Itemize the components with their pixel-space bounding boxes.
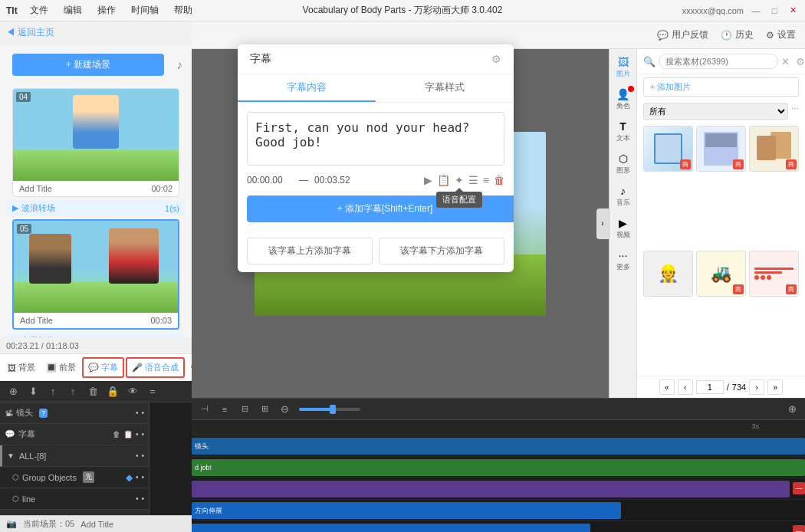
rt-minus-icon[interactable]: ⊖ — [276, 401, 293, 418]
subtitle-track-expand[interactable]: • — [136, 430, 139, 438]
maximize-button[interactable]: □ — [768, 5, 780, 17]
new-scene-button[interactable]: + 新建场景 — [12, 54, 164, 76]
menu-file[interactable]: 文件 — [24, 2, 54, 18]
zoom-handle[interactable] — [330, 405, 336, 414]
time-align-btn[interactable]: ☰ — [468, 174, 478, 186]
asset-icon-character[interactable]: 👤 角色 — [611, 84, 636, 115]
tab-foreground[interactable]: 🔳 前景 — [41, 359, 80, 376]
tl-up2-btn[interactable]: ↑ — [64, 383, 81, 400]
subtitle-text-input[interactable]: First, can you nod your head? Good job! — [247, 112, 504, 166]
tl-visibility-btn[interactable]: 👁 — [124, 383, 141, 400]
tab-voice-synthesis[interactable]: 🎤 语音合成 — [126, 357, 185, 378]
rt-filter-icon[interactable]: ≡ — [216, 401, 233, 418]
filter-icon[interactable]: ⚙ — [796, 56, 805, 67]
camera-expand[interactable]: • — [136, 409, 139, 417]
rt-align2-icon[interactable]: ⊞ — [256, 401, 273, 418]
subtitle-clip[interactable]: d job! — [192, 459, 805, 476]
all-group-dot1[interactable]: • — [136, 452, 139, 460]
time-play-btn[interactable]: ▶ — [424, 174, 432, 186]
subtitle-time-start[interactable] — [247, 175, 293, 186]
tab-extra[interactable]: 💬 语 — [186, 359, 192, 376]
asset-item-6[interactable]: 商 — [749, 251, 799, 297]
asset-filter-select[interactable]: 所有 — [643, 103, 788, 120]
tab-background[interactable]: 🖼 背景 — [3, 359, 40, 376]
menu-timeline[interactable]: 时间轴 — [125, 2, 165, 18]
scene-04[interactable]: 04 Add Title 00:02 — [12, 88, 179, 197]
modal-tab-content[interactable]: 字幕内容 — [238, 74, 376, 102]
menu-help[interactable]: 帮助 — [168, 2, 199, 18]
tl-add-btn[interactable]: ⊕ — [5, 383, 21, 400]
tab-voice-label: 语音合成 — [145, 362, 179, 373]
asset-item-2[interactable]: 商 — [696, 126, 746, 172]
page-first-btn[interactable]: « — [659, 379, 675, 395]
tl-up-btn[interactable]: ↑ — [44, 383, 61, 400]
menu-edit[interactable]: 编辑 — [58, 2, 88, 18]
asset-item-5[interactable]: 🚜 商 — [696, 251, 746, 297]
tl-down-btn[interactable]: ⬇ — [25, 383, 41, 400]
asset-icon-video[interactable]: ▶ 视频 — [611, 213, 636, 244]
group-objects-dot1[interactable]: • — [136, 473, 139, 481]
group-objects-dot2[interactable]: • — [141, 473, 144, 481]
time-star-btn[interactable]: ✦ 语音配置 — [455, 174, 464, 186]
back-home-button[interactable]: ◀ 返回主页 — [6, 26, 54, 39]
filter-extra-icon[interactable]: ··· — [791, 103, 799, 120]
asset-icon-music[interactable]: ♪ 音乐 — [611, 181, 636, 212]
subtitle-track-copy[interactable]: 📋 — [123, 430, 133, 438]
search-close-icon[interactable]: ✕ — [781, 56, 790, 67]
feedback-button[interactable]: 💬 用户反馈 — [657, 28, 708, 41]
all-group-clip[interactable] — [192, 481, 790, 498]
history-button[interactable]: 🕐 历史 — [721, 28, 754, 41]
add-image-button[interactable]: + 添加图片 — [643, 77, 799, 97]
time-copy-btn[interactable]: 📋 — [437, 174, 450, 186]
modal-tab-style[interactable]: 字幕样式 — [376, 74, 514, 102]
group-objects-clip[interactable]: 方向伸展 — [192, 502, 621, 519]
rt-plus-icon[interactable]: ⊕ — [784, 401, 800, 418]
time-list-btn[interactable]: ≡ — [483, 174, 489, 186]
tab-subtitle[interactable]: 💬 字幕 — [82, 357, 124, 378]
subtitle-track-options[interactable]: • — [141, 430, 144, 438]
add-above-btn[interactable]: 该字幕上方添加字幕 — [247, 238, 373, 264]
asset-item-1[interactable]: 商 — [643, 126, 693, 172]
tl-snap-btn[interactable]: = — [144, 383, 161, 400]
line-track-dot1[interactable]: • — [136, 494, 139, 503]
rt-zoom-slider[interactable] — [296, 408, 780, 411]
all-group-dot2[interactable]: • — [141, 452, 144, 460]
page-last-btn[interactable]: » — [767, 379, 783, 395]
camera-label: 镜头 — [16, 407, 33, 419]
minimize-button[interactable]: — — [750, 5, 762, 17]
rt-align-icon[interactable]: ⊟ — [236, 401, 253, 418]
page-number-input[interactable] — [696, 380, 724, 394]
rt-split-icon[interactable]: ⊣ — [196, 401, 213, 418]
transition-1[interactable]: ▶ 波浪转场 1(s) — [6, 200, 186, 216]
add-below-btn[interactable]: 该字幕下方添加字幕 — [379, 238, 504, 264]
left-panel: ◀ 返回主页 + 新建场景 ♪ 04 Add Title — [0, 21, 192, 532]
asset-item-3[interactable]: 商 — [749, 126, 799, 172]
camera-clip[interactable]: 镜头 — [192, 438, 805, 455]
modal-settings-icon[interactable]: ⚙ — [491, 53, 501, 65]
asset-icon-more[interactable]: ··· 更多 — [611, 245, 636, 276]
collapse-right-arrow[interactable]: › — [596, 209, 609, 239]
asset-icon-shape[interactable]: ⬡ 图形 — [611, 149, 636, 179]
asset-icon-image[interactable]: 🖼 图片 — [611, 52, 636, 83]
tl-lock-btn[interactable]: 🔒 — [104, 383, 121, 400]
settings-button[interactable]: ⚙ 设置 — [766, 28, 796, 41]
asset-icon-text[interactable]: T 文本 — [611, 117, 636, 147]
page-prev-btn[interactable]: ‹ — [678, 379, 693, 395]
camera-clip-label: 镜头 — [195, 442, 209, 452]
asset-search-input[interactable] — [659, 54, 778, 69]
line-track-dot2[interactable]: • — [141, 494, 144, 503]
close-button[interactable]: ✕ — [787, 5, 799, 17]
tl-delete-btn[interactable]: 🗑 — [84, 383, 101, 400]
camera-options[interactable]: • — [141, 409, 144, 417]
scene-05[interactable]: 05 Add Title 00:03 — [12, 219, 179, 330]
status-title: Add Title — [80, 520, 113, 529]
page-next-btn[interactable]: › — [749, 379, 764, 395]
asset-item-4[interactable]: 👷 — [643, 251, 693, 297]
time-delete-btn[interactable]: 🗑 — [494, 174, 504, 186]
subtitle-time-end[interactable] — [314, 175, 360, 186]
group-objects-diamond[interactable]: ◆ — [126, 472, 133, 483]
line-clip[interactable] — [192, 524, 590, 532]
menu-operations[interactable]: 操作 — [91, 2, 122, 18]
subtitle-track-delete[interactable]: 🗑 — [113, 430, 120, 438]
all-group-expand-icon[interactable]: ▼ — [7, 452, 15, 460]
